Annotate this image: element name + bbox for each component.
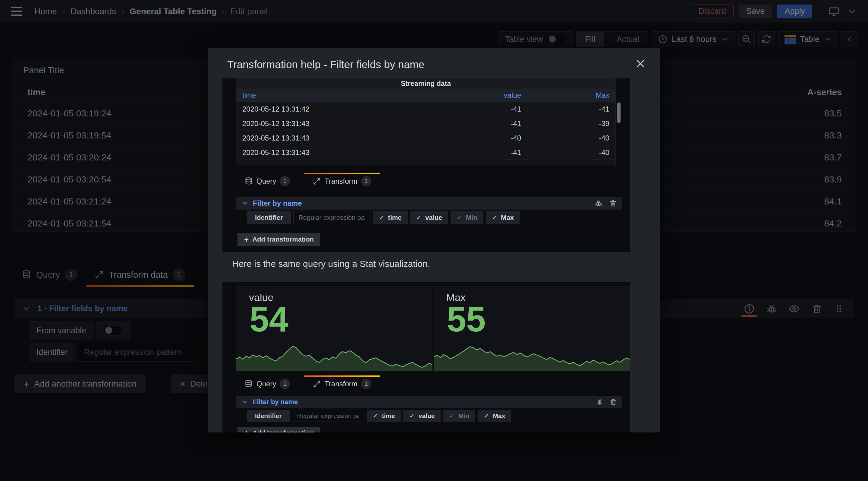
tab-query[interactable]: Query 1 <box>236 375 299 392</box>
add-transformation-label: Add transformation <box>252 429 314 432</box>
stat-value-number: 54 <box>250 302 288 337</box>
chevron-down-icon <box>241 200 248 207</box>
field-pill-label: time <box>382 412 395 419</box>
table-cell: -39 <box>527 116 615 130</box>
check-icon: ✓ <box>492 214 497 222</box>
plus-icon: + <box>244 236 249 243</box>
field-pill-label: Max <box>501 214 514 222</box>
check-icon: ✓ <box>379 214 384 222</box>
identifier-input[interactable] <box>292 410 364 422</box>
filter-actions <box>596 398 617 405</box>
column-header-value[interactable]: value <box>333 89 527 102</box>
identifier-row: Identifier ✓time✓value✓Min✓Max <box>247 410 511 422</box>
table-cell: -41 <box>333 102 527 116</box>
field-pills: ✓time✓value✓Min✓Max <box>367 410 512 422</box>
stat-value: value 54 <box>236 287 434 371</box>
check-icon: ✓ <box>409 412 415 420</box>
field-pill-Max[interactable]: ✓Max <box>478 410 511 422</box>
identifier-input[interactable] <box>293 211 370 224</box>
table-cell: 2020-05-12 13:31:42 <box>236 102 333 116</box>
tab-transform[interactable]: Transform 1 <box>304 375 380 392</box>
check-icon: ✓ <box>373 412 378 420</box>
query-count-badge: 1 <box>280 379 290 389</box>
check-icon: ✓ <box>449 412 455 420</box>
field-pill-label: value <box>425 214 442 222</box>
trash-icon[interactable] <box>609 199 617 207</box>
trash-icon[interactable] <box>610 398 617 405</box>
filter-by-name-header[interactable]: Filter by name <box>236 197 622 210</box>
query-count-badge: 1 <box>280 176 290 186</box>
tab-transform-label: Transform <box>324 380 357 388</box>
filter-by-name-title[interactable]: Filter by name <box>253 398 298 406</box>
debug-bug-icon[interactable] <box>595 199 602 207</box>
tab-query[interactable]: Query 1 <box>236 173 299 189</box>
table-cell: 2020-05-12 13:31:43 <box>236 145 333 159</box>
field-pill-Min[interactable]: ✓Min <box>451 211 483 224</box>
tab-query-label: Query <box>256 380 276 388</box>
debug-bug-icon[interactable] <box>596 398 603 405</box>
table-row: 2020-05-12 13:31:43-41-40 <box>236 145 615 159</box>
field-pill-label: Min <box>458 412 469 419</box>
check-icon: ✓ <box>457 214 462 222</box>
help-editor-tabs-2: Query 1 Transform 1 <box>236 375 380 392</box>
column-header-max[interactable]: Max <box>527 89 615 102</box>
plus-icon: + <box>244 429 249 432</box>
identifier-label: Identifier <box>247 410 290 422</box>
table-cell: -40 <box>333 131 527 145</box>
modal-table-body: 2020-05-12 13:31:42-41-412020-05-12 13:3… <box>236 102 615 159</box>
help-example-table-block: Streaming data time value Max 2020-05-12… <box>222 79 630 252</box>
streaming-data-title: Streaming data <box>236 79 615 89</box>
identifier-row: Identifier ✓time✓value✓Min✓Max <box>247 211 520 224</box>
table-cell: 2020-05-12 13:31:43 <box>236 116 333 130</box>
tab-transform-label: Transform <box>324 177 357 185</box>
check-icon: ✓ <box>416 214 422 222</box>
field-pill-label: value <box>418 412 435 419</box>
filter-actions <box>595 199 617 207</box>
tab-query-label: Query <box>256 177 276 185</box>
filter-by-name-title[interactable]: Filter by name <box>253 199 302 208</box>
stat-max-number: 55 <box>447 302 486 337</box>
scrollbar-thumb[interactable] <box>617 102 621 123</box>
identifier-label: Identifier <box>247 211 291 224</box>
table-cell: -40 <box>527 131 615 145</box>
field-pill-time[interactable]: ✓time <box>373 211 408 224</box>
table-row-partial <box>236 159 615 164</box>
stat-intro-text: Here is the same query using a Stat visu… <box>232 259 430 269</box>
add-transformation-button[interactable]: + Add transformation <box>238 233 320 246</box>
table-row: 2020-05-12 13:31:43-40-40 <box>236 130 615 145</box>
streaming-data-table: Streaming data time value Max 2020-05-12… <box>236 79 616 164</box>
modal-close-button[interactable] <box>635 58 646 69</box>
field-pill-label: Max <box>493 412 505 419</box>
sparkline-max <box>434 343 630 371</box>
filter-by-name-header[interactable]: Filter by name <box>236 396 622 408</box>
column-header-time[interactable]: time <box>236 89 333 102</box>
streaming-table-header: time value Max <box>236 89 615 102</box>
transform-count-badge: 1 <box>361 379 371 389</box>
table-row: 2020-05-12 13:31:43-41-39 <box>236 116 615 130</box>
modal-title: Transformation help - Filter fields by n… <box>227 59 424 70</box>
transformation-help-modal: Transformation help - Filter fields by n… <box>208 48 660 432</box>
sparkline-value <box>236 343 433 371</box>
field-pill-label: time <box>388 214 401 222</box>
table-cell: 2020-05-12 13:31:43 <box>236 131 333 145</box>
field-pill-Max[interactable]: ✓Max <box>486 211 520 224</box>
field-pill-Min[interactable]: ✓Min <box>443 410 475 422</box>
field-pill-value[interactable]: ✓value <box>410 211 448 224</box>
check-icon: ✓ <box>484 412 489 420</box>
table-cell: -40 <box>527 145 615 159</box>
add-transformation-label: Add transformation <box>252 236 314 243</box>
stat-max: Max 55 <box>434 287 630 371</box>
tab-transform[interactable]: Transform 1 <box>304 173 380 189</box>
table-cell: -41 <box>527 102 615 116</box>
help-editor-tabs-1: Query 1 Transform 1 <box>236 173 380 189</box>
transform-count-badge: 1 <box>361 176 371 186</box>
table-cell: -41 <box>333 116 527 130</box>
table-cell: -41 <box>333 145 527 159</box>
field-pill-value[interactable]: ✓value <box>403 410 441 422</box>
help-example-stat-block: value 54 Max 55 Query 1 Transform 1 <box>222 282 630 432</box>
add-transformation-button[interactable]: + Add transformation <box>238 427 320 432</box>
field-pill-label: Min <box>466 214 477 222</box>
table-row: 2020-05-12 13:31:42-41-41 <box>236 102 615 116</box>
stat-panel: value 54 Max 55 <box>236 287 630 371</box>
field-pill-time[interactable]: ✓time <box>367 410 401 422</box>
